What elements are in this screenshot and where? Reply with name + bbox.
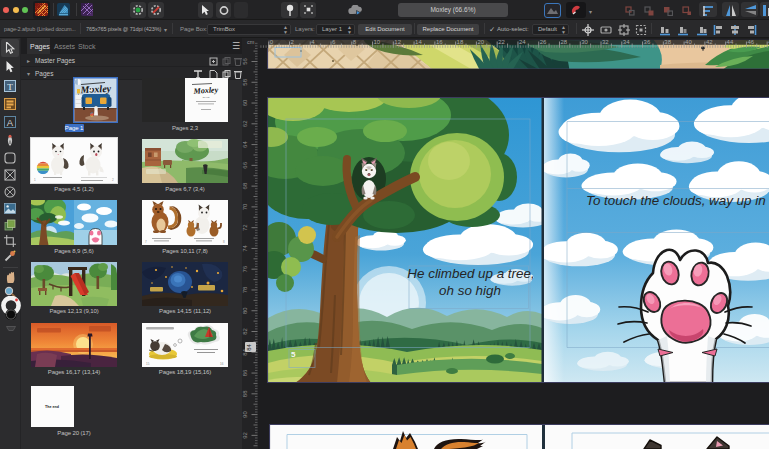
svg-text:30: 30 <box>581 39 588 45</box>
svg-text:Moxley: Moxley <box>192 85 218 95</box>
svg-text:18: 18 <box>457 39 464 45</box>
svg-text:56: 56 <box>242 58 248 65</box>
svg-text:46: 46 <box>747 39 754 45</box>
svg-text:72: 72 <box>242 224 248 231</box>
svg-text:64: 64 <box>242 141 248 148</box>
svg-text:70: 70 <box>242 203 248 210</box>
svg-text:28: 28 <box>561 39 568 45</box>
svg-text:34: 34 <box>623 39 630 45</box>
svg-text:cm: cm <box>247 39 255 45</box>
svg-text:22: 22 <box>498 39 505 45</box>
svg-text:78: 78 <box>242 286 248 293</box>
svg-text:He climbed up a tree,: He climbed up a tree, <box>407 265 534 280</box>
svg-text:58: 58 <box>242 78 248 85</box>
svg-text:10: 10 <box>374 39 381 45</box>
svg-text:15: 15 <box>146 362 150 366</box>
svg-text:84: 84 <box>246 344 252 351</box>
svg-text:the cat: the cat <box>203 96 210 98</box>
svg-text:74: 74 <box>242 244 248 251</box>
svg-text:36: 36 <box>644 39 651 45</box>
svg-text:42: 42 <box>706 39 713 45</box>
svg-text:oh so high: oh so high <box>439 282 501 297</box>
svg-text:44: 44 <box>727 39 734 45</box>
svg-text:38: 38 <box>664 39 671 45</box>
svg-text:86: 86 <box>242 369 248 376</box>
svg-text:20: 20 <box>477 39 484 45</box>
svg-text:26: 26 <box>540 39 547 45</box>
svg-text:82: 82 <box>242 328 248 335</box>
svg-text:80: 80 <box>242 307 248 314</box>
svg-text:Moxley: Moxley <box>79 83 112 96</box>
svg-text:68: 68 <box>242 182 248 189</box>
svg-text:T: T <box>7 82 13 92</box>
svg-text:5: 5 <box>291 350 296 359</box>
svg-text:92: 92 <box>242 431 248 438</box>
svg-text:60: 60 <box>242 99 248 106</box>
svg-text:16: 16 <box>220 362 224 366</box>
svg-text:32: 32 <box>602 39 609 45</box>
svg-text:24: 24 <box>519 39 526 45</box>
svg-text:12: 12 <box>394 39 401 45</box>
svg-text:14: 14 <box>415 39 422 45</box>
svg-text:62: 62 <box>242 120 248 127</box>
svg-text:To touch the clouds, way up in: To touch the clouds, way up in the <box>586 192 769 207</box>
svg-text:A: A <box>6 117 13 128</box>
svg-text:88: 88 <box>242 390 248 397</box>
svg-text:The end: The end <box>45 405 59 409</box>
svg-text:90: 90 <box>242 411 248 418</box>
svg-text:16: 16 <box>436 39 443 45</box>
svg-text:66: 66 <box>242 161 248 168</box>
svg-text:76: 76 <box>242 265 248 272</box>
svg-text:40: 40 <box>685 39 692 45</box>
